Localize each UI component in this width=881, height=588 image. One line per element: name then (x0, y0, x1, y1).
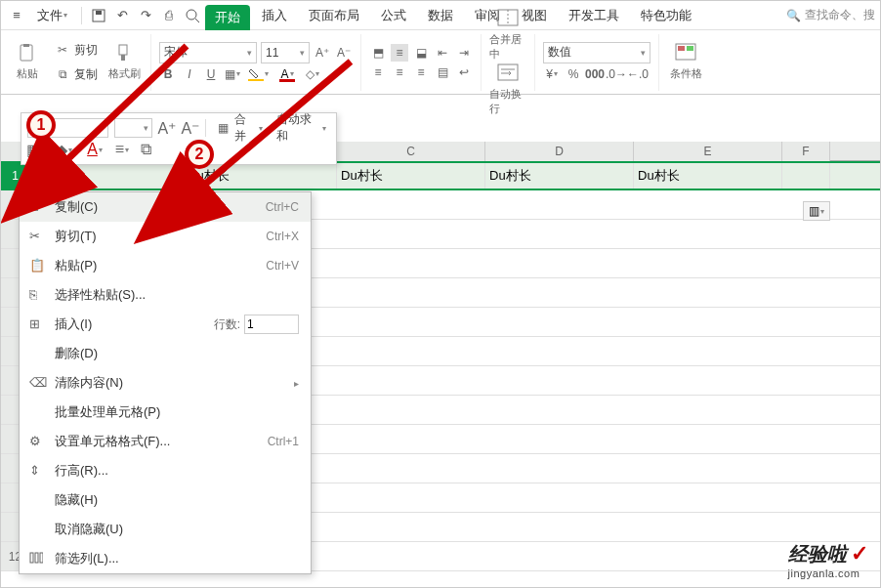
cell-f1[interactable] (782, 163, 830, 189)
cm-copy[interactable]: ⧉ 复制(C) Ctrl+C (20, 192, 311, 222)
mini-border-icon[interactable]: ▦▾ (27, 141, 45, 158)
font-name-combo[interactable]: 宋体▾ (159, 42, 257, 63)
number-format-combo[interactable]: 数值▾ (543, 42, 650, 63)
align-bottom-icon[interactable]: ⬓ (412, 44, 430, 62)
decrease-indent-icon[interactable]: ⇤ (434, 44, 451, 62)
ribbon: 粘贴 ✂剪切 ⧉复制 格式刷 宋体▾ 11▾ A⁺ A⁻ B I U ▦▾ ▾ … (1, 30, 880, 95)
decrease-font-icon[interactable]: A⁻ (335, 44, 353, 62)
svg-rect-5 (23, 44, 29, 47)
align-right-icon[interactable]: ≡ (412, 63, 430, 81)
col-header-f[interactable]: F (782, 142, 830, 161)
file-menu[interactable]: 文件▾ (29, 5, 75, 26)
tab-home[interactable]: 开始 (205, 5, 250, 30)
separator (81, 7, 82, 24)
col-header-d[interactable]: D (485, 142, 634, 161)
cell-d1[interactable]: Du村长 (485, 163, 634, 189)
mini-increase-font-icon[interactable]: A⁺ (158, 119, 176, 137)
tab-dev-tools[interactable]: 开发工具 (559, 1, 629, 30)
tab-page-layout[interactable]: 页面布局 (299, 1, 369, 30)
hamburger-icon[interactable]: ≡ (6, 5, 27, 26)
save-icon[interactable] (88, 5, 109, 26)
tab-special[interactable]: 特色功能 (631, 1, 701, 30)
mini-fontcolor-icon[interactable]: A▾ (82, 141, 107, 158)
cm-row-height[interactable]: ⇕ 行高(R)... (20, 456, 311, 485)
currency-icon[interactable]: ¥▾ (543, 65, 561, 83)
cm-paste-special[interactable]: ⎘ 选择性粘贴(S)... (20, 280, 311, 310)
merge-unmerge-icon[interactable]: ▤ (434, 63, 451, 81)
format-cells-icon: ⚙ (29, 434, 45, 449)
row-options-button[interactable]: ▥▾ (803, 201, 830, 221)
col-header-c[interactable]: C (337, 142, 485, 161)
chevron-right-icon: ▸ (294, 378, 299, 389)
italic-icon[interactable]: I (181, 65, 198, 83)
wrap-text-small-icon[interactable]: ↩ (455, 63, 473, 81)
svg-rect-17 (35, 553, 38, 563)
font-size-combo[interactable]: 11▾ (261, 42, 310, 63)
align-center-icon[interactable]: ≡ (391, 63, 408, 81)
decrease-decimal-icon[interactable]: ←.0 (629, 65, 647, 83)
svg-rect-9 (279, 79, 295, 82)
svg-point-2 (187, 10, 196, 20)
cm-batch[interactable]: 批量处理单元格(P) (20, 398, 311, 427)
redo-icon[interactable]: ↷ (135, 5, 156, 26)
comma-icon[interactable]: 000 (586, 65, 604, 83)
align-left-icon[interactable]: ≡ (369, 63, 387, 81)
cm-insert[interactable]: ⊞ 插入(I) 行数: (20, 310, 311, 339)
annotation-1: 1 (26, 110, 56, 140)
cm-format-cells[interactable]: ⚙ 设置单元格格式(F)... Ctrl+1 (20, 427, 311, 456)
bold-icon[interactable]: B (159, 65, 177, 83)
svg-rect-12 (498, 64, 518, 80)
mini-decrease-font-icon[interactable]: A⁻ (182, 119, 199, 137)
cell-e1[interactable]: Du村长 (634, 163, 782, 189)
mini-autosum-button[interactable]: 自动求和▾ (273, 117, 330, 139)
tab-formulas[interactable]: 公式 (371, 1, 416, 30)
align-middle-icon[interactable]: ≡ (391, 44, 408, 62)
col-header-e[interactable]: E (634, 142, 782, 161)
border-icon[interactable]: ▦▾ (224, 65, 241, 83)
table-row[interactable]: 1 Du村长 Du村长 Du村长 Du村长 Du村长 (1, 161, 880, 190)
cm-unhide[interactable]: 取消隐藏(U) (20, 515, 311, 544)
eraser-icon[interactable]: ◇▾ (304, 65, 321, 83)
cm-filter[interactable]: 筛选列(L)... (20, 544, 311, 573)
cut-button[interactable]: ✂剪切 (50, 39, 102, 61)
mini-align-icon[interactable]: ≡▾ (113, 141, 131, 158)
increase-font-icon[interactable]: A⁺ (314, 44, 331, 62)
undo-icon[interactable]: ↶ (111, 5, 133, 26)
print-icon[interactable]: ⎙ (158, 5, 180, 26)
cm-delete[interactable]: 删除(D) (20, 339, 311, 368)
cm-clear[interactable]: ⌫ 清除内容(N) ▸ (20, 368, 311, 398)
mini-fill-icon[interactable]: ◆▾ (51, 141, 76, 158)
row-height-icon: ⇕ (29, 463, 45, 479)
cm-paste[interactable]: 📋 粘贴(P) Ctrl+V (20, 251, 311, 280)
merge-center-button[interactable]: 合并居中 (489, 9, 526, 62)
annotation-2: 2 (185, 140, 214, 169)
percent-icon[interactable]: % (565, 65, 582, 83)
mini-format-icon[interactable]: ⧉ (137, 141, 154, 158)
font-color-icon[interactable]: A▾ (274, 65, 300, 83)
fill-color-icon[interactable]: ▾ (245, 65, 271, 83)
align-top-icon[interactable]: ⬒ (369, 44, 387, 62)
tab-data[interactable]: 数据 (418, 1, 463, 30)
increase-decimal-icon[interactable]: .0→ (608, 65, 625, 83)
command-search[interactable]: 🔍 查找命令、搜 (786, 7, 875, 23)
paste-button[interactable]: 粘贴 (9, 36, 46, 89)
mini-size-combo[interactable]: ▾ (114, 118, 152, 138)
conditional-format-button[interactable]: 条件格 (667, 36, 704, 89)
auto-wrap-button[interactable]: 自动换行 (489, 63, 526, 116)
underline-icon[interactable]: U (202, 65, 220, 83)
cm-hide[interactable]: 隐藏(H) (20, 485, 311, 515)
preview-icon[interactable] (182, 5, 203, 26)
increase-indent-icon[interactable]: ⇥ (455, 44, 473, 62)
tab-insert[interactable]: 插入 (252, 1, 297, 30)
row-header-1[interactable]: 1 (1, 163, 30, 189)
cm-cut[interactable]: ✂ 剪切(T) Ctrl+X (20, 222, 311, 251)
cell-c1[interactable]: Du村长 (337, 163, 485, 189)
mini-merge-button[interactable]: ▦合并▾ (212, 117, 267, 139)
copy-icon: ⧉ (29, 199, 45, 215)
paste-special-icon: ⎘ (29, 287, 45, 303)
cell-a1[interactable]: Du村长 (30, 163, 184, 189)
insert-row-count-input[interactable] (244, 315, 299, 334)
format-painter-button[interactable]: 格式刷 (105, 36, 143, 89)
copy-button[interactable]: ⧉复制 (50, 63, 102, 85)
scissors-icon: ✂ (29, 229, 45, 244)
